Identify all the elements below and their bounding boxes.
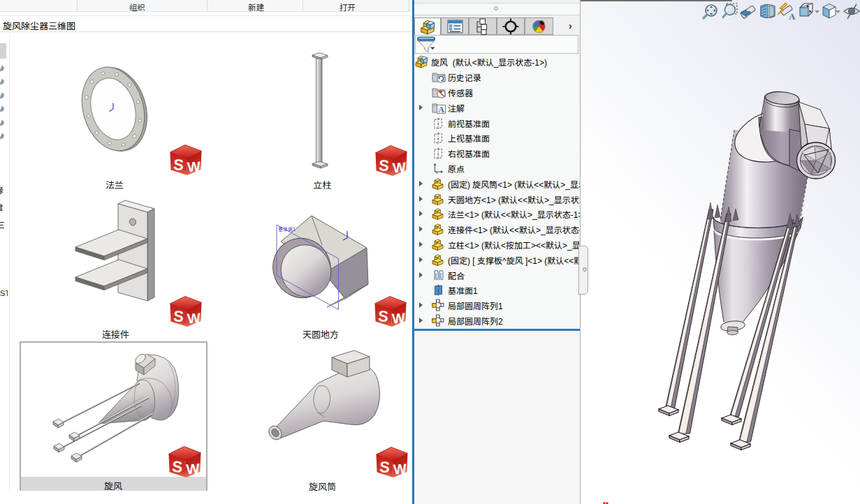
svg-text:基准面1: 基准面1 — [278, 227, 296, 232]
svg-text:A: A — [789, 11, 796, 22]
